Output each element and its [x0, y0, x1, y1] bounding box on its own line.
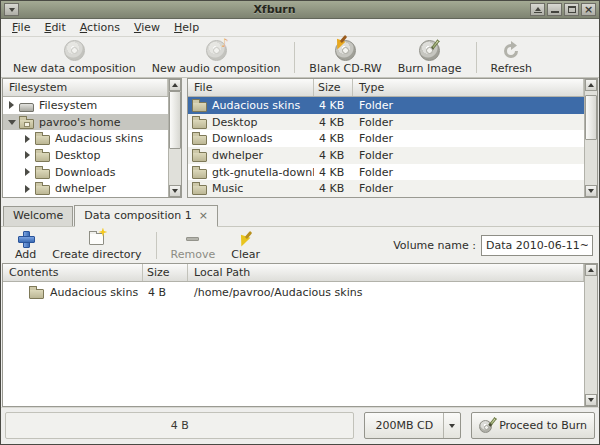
folder-icon	[192, 185, 207, 195]
contents-row-audacious-skins[interactable]: Audacious skins 4 B /home/pavroo/Audacio…	[3, 282, 584, 302]
combo-arrow-icon[interactable]	[443, 413, 460, 438]
broom-icon	[238, 231, 254, 247]
maximize-button[interactable]	[564, 3, 579, 16]
refresh-button[interactable]: Refresh	[483, 39, 541, 76]
add-button[interactable]: Add	[7, 229, 44, 262]
tree-item-desktop[interactable]: Desktop	[3, 147, 168, 164]
blank-cdrw-disc-icon	[335, 40, 356, 61]
tab-close-icon[interactable]: ×	[199, 211, 208, 221]
menubar: File Edit Actions View Help	[1, 19, 599, 37]
shade-button[interactable]	[530, 3, 545, 16]
new-data-label: New data composition	[13, 62, 136, 75]
blank-cdrw-button[interactable]: Blank CD-RW	[301, 39, 389, 76]
expander-collapsed-icon[interactable]	[23, 185, 32, 193]
drive-icon	[19, 103, 34, 112]
scroll-down-button[interactable]	[169, 185, 181, 197]
scroll-up-button[interactable]	[585, 264, 597, 276]
expander-collapsed-icon[interactable]	[23, 135, 32, 143]
scroll-up-button[interactable]	[169, 79, 181, 91]
minimize-icon	[551, 11, 559, 13]
new-audio-composition-button[interactable]: ♪ New audio composition	[144, 39, 289, 76]
tree-item-pavroo-home[interactable]: pavroo's home	[3, 114, 168, 131]
menu-file[interactable]: File	[5, 20, 37, 36]
statusbar: 4 B 200MB CD Proceed to Burn	[1, 407, 599, 444]
burn-image-disc-icon	[419, 40, 440, 61]
proceed-to-burn-button[interactable]: Proceed to Burn	[471, 412, 595, 439]
expander-expanded-icon[interactable]	[7, 120, 16, 125]
plus-icon	[18, 231, 33, 246]
menu-actions[interactable]: Actions	[73, 20, 127, 36]
column-size[interactable]: Size	[314, 79, 353, 96]
filesystem-panel: Filesystem Filesystem pavroo's home Auda…	[2, 78, 182, 198]
composition-toolbar: Add Create directory Remove Clear Volume…	[1, 226, 599, 263]
create-directory-button[interactable]: Create directory	[44, 229, 149, 262]
toolbar-separator	[476, 42, 477, 73]
tree-item-downloads[interactable]: Downloads	[3, 164, 168, 181]
column-file[interactable]: File	[188, 79, 314, 96]
filesystem-scrollbar[interactable]	[168, 79, 181, 197]
menu-edit[interactable]: Edit	[37, 20, 72, 36]
scroll-down-button[interactable]	[585, 185, 597, 197]
remove-label: Remove	[171, 248, 216, 261]
file-row-audacious-skins[interactable]: Audacious skins 4 KB Folder	[188, 97, 584, 114]
home-folder-icon	[19, 119, 34, 129]
new-folder-icon	[89, 233, 104, 245]
close-button[interactable]: ×	[581, 3, 596, 16]
expander-collapsed-icon[interactable]	[7, 101, 16, 109]
window-menu-button[interactable]	[4, 3, 19, 16]
tab-welcome[interactable]: Welcome	[3, 206, 73, 226]
clear-button[interactable]: Clear	[223, 229, 268, 262]
filesystem-column-header[interactable]: Filesystem	[3, 79, 168, 97]
scroll-up-button[interactable]	[585, 79, 597, 91]
scroll-track[interactable]	[169, 91, 181, 185]
tree-item-dwhelper[interactable]: dwhelper	[3, 180, 168, 197]
toolbar-separator	[156, 232, 157, 259]
toolbar-separator	[294, 42, 295, 73]
expander-collapsed-icon[interactable]	[23, 168, 32, 176]
volume-name-group: Volume name :	[393, 229, 593, 262]
folder-icon	[29, 289, 44, 299]
scroll-track[interactable]	[585, 276, 597, 394]
music-note-icon: ♪	[221, 36, 229, 50]
column-local-path[interactable]: Local Path	[188, 264, 584, 281]
titlebar[interactable]: Xfburn ×	[1, 1, 599, 19]
file-row-downloads[interactable]: Downloads 4 KB Folder	[188, 130, 584, 147]
folder-icon	[35, 135, 50, 145]
refresh-label: Refresh	[491, 62, 533, 75]
column-contents[interactable]: Contents	[3, 264, 143, 281]
folder-icon	[192, 119, 207, 129]
maximize-icon	[568, 6, 576, 13]
contents-scrollbar[interactable]	[584, 264, 597, 406]
file-row-dwhelper[interactable]: dwhelper 4 KB Folder	[188, 147, 584, 164]
new-data-disc-icon	[64, 40, 85, 61]
tab-data-composition[interactable]: Data composition 1 ×	[74, 205, 218, 227]
tree-item-filesystem[interactable]: Filesystem	[3, 97, 168, 114]
new-data-composition-button[interactable]: New data composition	[5, 39, 144, 76]
file-row-desktop[interactable]: Desktop 4 KB Folder	[188, 114, 584, 131]
file-row-gtk-gnutella-downloads[interactable]: gtk-gnutella-downloads 4 KB Folder	[188, 164, 584, 181]
volume-name-input[interactable]	[481, 235, 593, 256]
scroll-down-button[interactable]	[585, 394, 597, 406]
disc-type-combobox[interactable]: 200MB CD	[364, 412, 461, 439]
file-row-music[interactable]: Music 4 KB Folder	[188, 180, 584, 197]
column-size[interactable]: Size	[143, 264, 188, 281]
contents-area: Contents Size Local Path Audacious skins…	[1, 263, 599, 407]
minimize-button[interactable]	[547, 3, 562, 16]
scroll-thumb[interactable]	[585, 95, 597, 140]
total-size-indicator: 4 B	[5, 412, 354, 439]
expander-collapsed-icon[interactable]	[23, 151, 32, 159]
burn-image-button[interactable]: Burn Image	[390, 39, 470, 76]
column-type[interactable]: Type	[353, 79, 584, 96]
brush-icon	[333, 36, 349, 52]
remove-button[interactable]: Remove	[163, 229, 224, 262]
tree-item-audacious-skins[interactable]: Audacious skins	[3, 130, 168, 147]
contents-panel: Contents Size Local Path Audacious skins…	[2, 263, 598, 407]
close-icon: ×	[584, 5, 593, 14]
pencil-icon	[429, 39, 439, 51]
menu-help[interactable]: Help	[167, 20, 206, 36]
scroll-thumb[interactable]	[169, 91, 181, 149]
scroll-track[interactable]	[585, 91, 597, 185]
menu-view[interactable]: View	[127, 20, 167, 36]
file-list-scrollbar[interactable]	[584, 79, 597, 197]
burn-image-label: Burn Image	[398, 62, 462, 75]
